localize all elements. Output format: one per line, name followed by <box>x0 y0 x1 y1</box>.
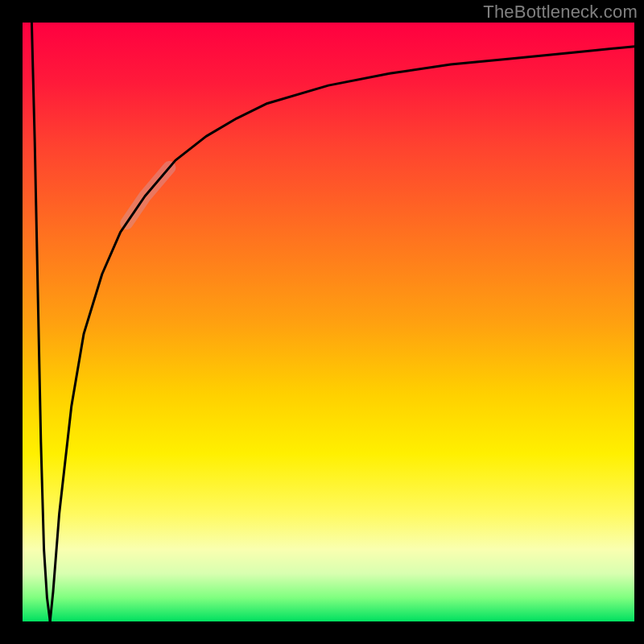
series-curve-up <box>50 47 634 621</box>
plot-area <box>23 23 634 621</box>
chart-frame: TheBottleneck.com <box>0 0 644 644</box>
watermark-text: TheBottleneck.com <box>483 2 638 23</box>
series-curve-down <box>31 23 50 621</box>
curve-layer <box>23 23 634 621</box>
